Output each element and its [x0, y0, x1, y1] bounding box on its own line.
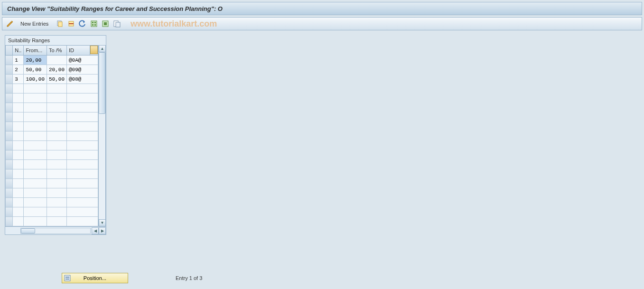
cell-from[interactable] — [24, 93, 47, 103]
row-selector[interactable] — [6, 150, 13, 160]
cell-n[interactable] — [13, 207, 24, 217]
cell-id[interactable] — [67, 112, 98, 122]
cell-to[interactable] — [47, 217, 67, 226]
cell-from[interactable] — [24, 103, 47, 112]
row-selector[interactable] — [6, 141, 13, 150]
cell-from[interactable] — [24, 198, 47, 207]
cell-from[interactable] — [24, 112, 47, 122]
cell-id[interactable] — [67, 207, 98, 217]
select-block-icon[interactable] — [101, 19, 110, 28]
cell-id[interactable] — [67, 84, 98, 93]
row-selector[interactable] — [6, 93, 13, 103]
cell-from[interactable] — [24, 169, 47, 179]
cell-to[interactable] — [47, 112, 67, 122]
scroll-right-icon[interactable]: ▶ — [99, 227, 106, 234]
row-selector[interactable] — [6, 75, 13, 84]
cell-to[interactable] — [47, 188, 67, 198]
undo-icon[interactable] — [78, 19, 87, 28]
cell-n[interactable] — [13, 169, 24, 179]
cell-from[interactable] — [24, 217, 47, 226]
cell-n[interactable] — [13, 103, 24, 112]
cell-from[interactable] — [24, 141, 47, 150]
col-header-n[interactable]: N.. — [13, 46, 24, 56]
scroll-left-icon[interactable]: ◀ — [92, 227, 99, 234]
cell-n[interactable] — [13, 217, 24, 226]
variant-icon[interactable] — [112, 19, 121, 28]
cell-id[interactable] — [67, 217, 98, 226]
cell-id[interactable] — [67, 131, 98, 141]
scroll-up-icon[interactable]: ▲ — [99, 45, 106, 52]
cell-to[interactable] — [47, 56, 67, 65]
col-header-id[interactable]: ID — [67, 46, 90, 56]
cell-from[interactable] — [24, 122, 47, 131]
cell-id[interactable] — [67, 150, 98, 160]
cell-to[interactable] — [47, 169, 67, 179]
cell-to[interactable] — [47, 160, 67, 169]
cell-to[interactable] — [47, 207, 67, 217]
row-selector[interactable] — [6, 112, 13, 122]
vertical-scrollbar[interactable]: ▲ ▼ — [98, 45, 106, 226]
horizontal-scrollbar[interactable]: ◀ ▶ — [19, 227, 106, 234]
row-selector[interactable] — [6, 217, 13, 226]
cell-id[interactable] — [67, 188, 98, 198]
row-selector[interactable] — [6, 198, 13, 207]
cell-to[interactable] — [47, 179, 67, 188]
cell-from[interactable] — [24, 84, 47, 93]
cell-from[interactable] — [24, 160, 47, 169]
cell-to[interactable] — [47, 198, 67, 207]
row-selector[interactable] — [6, 103, 13, 112]
configure-columns-button[interactable] — [90, 46, 98, 56]
row-selector[interactable] — [6, 56, 13, 65]
hscroll-thumb[interactable] — [21, 228, 35, 233]
cell-from[interactable]: 50,00 — [24, 65, 47, 75]
cell-n[interactable] — [13, 179, 24, 188]
row-selector[interactable] — [6, 179, 13, 188]
cell-to[interactable] — [47, 93, 67, 103]
select-all-icon[interactable] — [89, 19, 99, 28]
cell-to[interactable] — [47, 103, 67, 112]
cell-id[interactable] — [67, 93, 98, 103]
cell-id[interactable]: @09@ — [67, 65, 98, 75]
cell-id[interactable] — [67, 160, 98, 169]
cell-from[interactable] — [24, 179, 47, 188]
cell-to[interactable] — [47, 141, 67, 150]
delete-icon[interactable] — [66, 19, 76, 28]
cell-id[interactable]: @08@ — [67, 75, 98, 84]
copy-icon[interactable] — [55, 19, 65, 28]
cell-to[interactable] — [47, 84, 67, 93]
cell-n[interactable]: 3 — [13, 75, 24, 84]
row-selector[interactable] — [6, 207, 13, 217]
cell-n[interactable] — [13, 141, 24, 150]
cell-n[interactable] — [13, 160, 24, 169]
cell-n[interactable] — [13, 150, 24, 160]
cell-to[interactable] — [47, 131, 67, 141]
row-selector[interactable] — [6, 84, 13, 93]
cell-to[interactable] — [47, 122, 67, 131]
cell-id[interactable] — [67, 198, 98, 207]
cell-to[interactable]: 50,00 — [47, 75, 67, 84]
edit-icon[interactable] — [5, 19, 15, 28]
cell-from[interactable] — [24, 207, 47, 217]
vscroll-track[interactable] — [99, 52, 105, 219]
row-selector[interactable] — [6, 131, 13, 141]
cell-n[interactable] — [13, 122, 24, 131]
row-selector[interactable] — [6, 122, 13, 131]
cell-from[interactable] — [24, 188, 47, 198]
col-header-to[interactable]: To /% — [47, 46, 67, 56]
vscroll-thumb[interactable] — [99, 52, 105, 114]
row-selector-header[interactable] — [6, 46, 13, 56]
cell-id[interactable] — [67, 169, 98, 179]
hscroll-track[interactable] — [20, 228, 91, 234]
cell-id[interactable] — [67, 103, 98, 112]
cell-from[interactable] — [24, 150, 47, 160]
col-header-from[interactable]: From... — [24, 46, 47, 56]
cell-n[interactable] — [13, 93, 24, 103]
cell-n[interactable] — [13, 112, 24, 122]
cell-to[interactable]: 20,00 — [47, 65, 67, 75]
cell-from[interactable]: 20,00 — [24, 56, 47, 65]
cell-to[interactable] — [47, 150, 67, 160]
row-selector[interactable] — [6, 65, 13, 75]
cell-id[interactable] — [67, 179, 98, 188]
cell-n[interactable]: 1 — [13, 56, 24, 65]
cell-n[interactable]: 2 — [13, 65, 24, 75]
